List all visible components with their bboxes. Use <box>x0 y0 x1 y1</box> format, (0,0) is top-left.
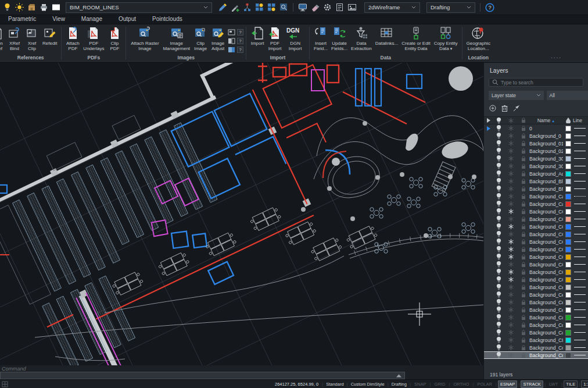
layer-freeze-icon[interactable] <box>505 216 517 222</box>
layer-color-swatch[interactable] <box>565 156 571 162</box>
layer-lock-icon[interactable] <box>517 277 529 283</box>
layer-freeze-icon[interactable] <box>505 171 517 176</box>
layer-freeze-icon[interactable] <box>505 292 517 297</box>
gear-icon[interactable] <box>323 3 332 12</box>
layer-color-swatch[interactable] <box>565 126 571 131</box>
command-input[interactable] <box>0 372 405 379</box>
layer-on-icon[interactable] <box>493 246 505 252</box>
ribbon-copy-entity-data[interactable]: Copy Entity Data ▾ <box>432 26 460 51</box>
layer-freeze-icon[interactable] <box>505 300 517 305</box>
layer-row[interactable]: Background_CF <box>484 336 588 344</box>
layer-row[interactable]: Background_0 <box>484 132 588 140</box>
layer-on-icon[interactable] <box>493 344 505 351</box>
layer-lock-icon[interactable] <box>517 262 529 268</box>
layer-freeze-icon[interactable] <box>505 315 517 320</box>
ribbon-image-management[interactable]: Image Management <box>161 26 192 51</box>
lock-column-icon[interactable] <box>517 118 529 123</box>
layer-on-icon[interactable] <box>493 231 505 237</box>
layer-row[interactable]: Background_CC <box>484 268 588 276</box>
add-layer-button[interactable] <box>489 105 496 112</box>
grid-lamp2-icon[interactable] <box>267 3 276 12</box>
layer-row[interactable]: Background_CC <box>484 261 588 268</box>
layer-freeze-icon[interactable] <box>505 262 517 267</box>
toggle-ortho[interactable]: ORTHO <box>451 380 471 388</box>
layer-freeze-icon[interactable] <box>505 186 517 191</box>
layer-color-swatch[interactable] <box>565 269 571 275</box>
layer-lock-icon[interactable] <box>517 330 529 336</box>
freeze-column-icon[interactable] <box>505 118 517 123</box>
layer-lock-icon[interactable] <box>517 269 529 275</box>
layer-freeze-icon[interactable] <box>505 322 517 328</box>
layer-color-swatch[interactable] <box>565 239 571 245</box>
toggle-tile[interactable]: TILE <box>564 380 578 388</box>
layer-lock-icon[interactable] <box>517 254 529 260</box>
panel-menu-dots[interactable]: ∙∙∙∙ <box>551 54 562 60</box>
layer-color-swatch[interactable] <box>565 141 571 147</box>
layer-freeze-icon[interactable] <box>505 156 517 161</box>
layer-freeze-icon[interactable] <box>505 194 517 199</box>
layer-on-icon[interactable] <box>493 239 505 245</box>
layer-filter-dropdown[interactable]: All <box>547 91 588 100</box>
layer-color-swatch[interactable] <box>565 284 571 290</box>
paintbrush-icon[interactable] <box>218 3 227 12</box>
grid-lamp-icon[interactable] <box>255 3 264 12</box>
layer-lock-icon[interactable] <box>517 179 529 184</box>
help-button[interactable]: ? <box>237 47 243 53</box>
layer-lock-icon[interactable] <box>517 232 529 237</box>
layer-lock-icon[interactable] <box>517 171 529 177</box>
purge-layers-button[interactable] <box>513 105 520 112</box>
status-field-custom-dimstyle[interactable]: Custom DimStyle <box>349 382 387 387</box>
layer-lock-icon[interactable] <box>517 224 529 230</box>
layer-freeze-icon[interactable] <box>505 353 517 358</box>
layer-color-swatch[interactable] <box>565 315 571 321</box>
layer-on-icon[interactable] <box>493 352 505 358</box>
grid-search-icon[interactable] <box>279 3 288 12</box>
ribbon-create-or-edit-entity-data[interactable]: Create or Edit Entity Data <box>400 26 432 51</box>
layer-lock-icon[interactable] <box>517 300 529 305</box>
layer-state-dropdown[interactable]: Layer state <box>489 91 544 100</box>
layer-row[interactable]: Background_Ce <box>484 298 588 306</box>
material-box-icon[interactable] <box>27 3 36 12</box>
layer-freeze-icon[interactable] <box>505 148 517 154</box>
layer-lock-icon[interactable] <box>517 307 529 313</box>
layer-on-icon[interactable] <box>493 178 505 184</box>
layer-freeze-icon[interactable] <box>505 345 517 350</box>
layer-color-swatch[interactable] <box>565 201 571 207</box>
layer-row[interactable]: Background_30 <box>484 155 588 162</box>
layer-on-icon[interactable] <box>493 170 505 177</box>
layer-lock-icon[interactable] <box>517 284 529 290</box>
color-swatch[interactable] <box>52 3 60 12</box>
ribbon-geographic-location[interactable]: Geographic Location... <box>465 26 492 51</box>
layer-on-icon[interactable] <box>493 261 505 268</box>
layer-lock-icon[interactable] <box>517 126 529 131</box>
layer-freeze-icon[interactable] <box>505 307 517 312</box>
command-expand-arrow[interactable] <box>396 374 401 378</box>
layer-freeze-icon[interactable] <box>505 254 517 259</box>
layer-lock-icon[interactable] <box>517 133 529 139</box>
layer-color-swatch[interactable] <box>565 224 571 230</box>
layer-row[interactable]: Background_CC <box>484 230 588 238</box>
layer-row[interactable]: Background_Ca <box>484 193 588 200</box>
layer-color-swatch[interactable] <box>565 209 571 215</box>
layer-freeze-icon[interactable] <box>505 209 517 214</box>
layer-row[interactable]: Background_Cc <box>484 321 588 329</box>
linetype-column-header[interactable]: Line <box>573 118 588 123</box>
tab-view[interactable]: View <box>44 16 73 23</box>
current-column-icon[interactable] <box>484 118 493 123</box>
layer-lock-icon[interactable] <box>517 292 529 298</box>
layer-lock-icon[interactable] <box>517 345 529 351</box>
layer-lamp-icon[interactable] <box>3 3 12 12</box>
layer-row[interactable]: Background_Cu <box>484 351 588 359</box>
layer-color-swatch[interactable] <box>565 330 571 336</box>
layer-on-icon[interactable] <box>493 208 505 215</box>
layer-on-icon[interactable] <box>493 254 505 260</box>
toggle-1-1[interactable]: 1:1 <box>581 380 588 388</box>
ribbon-attach-pdf[interactable]: Attach PDF <box>64 26 81 51</box>
layer-on-icon[interactable] <box>493 314 505 321</box>
layer-color-swatch[interactable] <box>565 353 571 358</box>
layer-color-swatch[interactable] <box>565 148 571 154</box>
ribbon-dgn-import[interactable]: DGNDGN Import <box>284 26 307 51</box>
layer-row[interactable]: Background_Ce <box>484 291 588 298</box>
layer-row[interactable]: Background_CC <box>484 238 588 245</box>
tab-parametric[interactable]: Parametric <box>0 16 44 23</box>
